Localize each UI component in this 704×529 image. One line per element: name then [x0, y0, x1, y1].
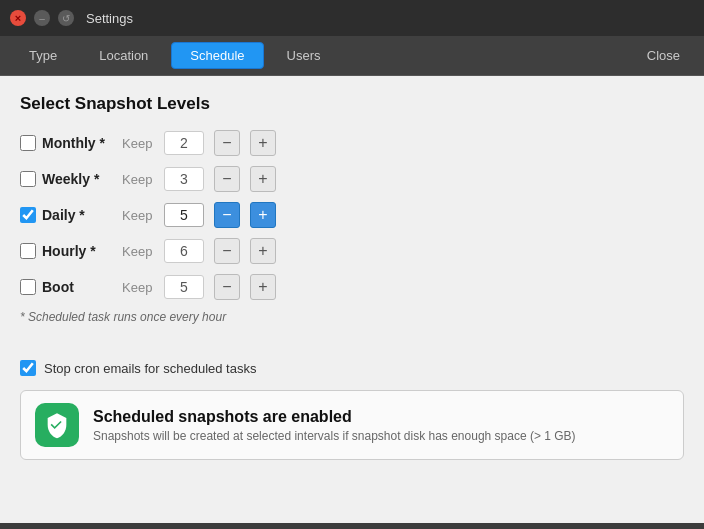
- nav-bar: Type Location Schedule Users Close: [0, 36, 704, 76]
- tab-type[interactable]: Type: [10, 42, 76, 69]
- snapshot-row-hourly: Hourly * Keep − +: [20, 238, 684, 264]
- snapshot-row-daily: Daily * Keep − +: [20, 202, 684, 228]
- window-minimize-button[interactable]: –: [34, 10, 50, 26]
- monthly-keep-label: Keep: [122, 136, 154, 151]
- hourly-increment-button[interactable]: +: [250, 238, 276, 264]
- section-title: Select Snapshot Levels: [20, 94, 684, 114]
- title-bar: × – ↺ Settings: [0, 0, 704, 36]
- daily-checkbox-wrap: Daily *: [20, 207, 112, 223]
- boot-decrement-button[interactable]: −: [214, 274, 240, 300]
- boot-checkbox-wrap: Boot: [20, 279, 112, 295]
- schedule-note: * Scheduled task runs once every hour: [20, 310, 684, 324]
- window-refresh-button[interactable]: ↺: [58, 10, 74, 26]
- window-close-button[interactable]: ×: [10, 10, 26, 26]
- boot-label: Boot: [42, 279, 112, 295]
- tab-users[interactable]: Users: [268, 42, 340, 69]
- weekly-checkbox-wrap: Weekly *: [20, 171, 112, 187]
- snapshot-row-boot: Boot Keep − +: [20, 274, 684, 300]
- minus-icon: −: [222, 206, 231, 224]
- tab-schedule[interactable]: Schedule: [171, 42, 263, 69]
- plus-icon: +: [258, 242, 267, 260]
- weekly-checkbox[interactable]: [20, 171, 36, 187]
- boot-value-input[interactable]: [164, 275, 204, 299]
- stop-cron-row: Stop cron emails for scheduled tasks: [20, 360, 684, 376]
- close-icon: ×: [15, 12, 21, 24]
- snapshot-row-monthly: Monthly * Keep − +: [20, 130, 684, 156]
- daily-increment-button[interactable]: +: [250, 202, 276, 228]
- weekly-increment-button[interactable]: +: [250, 166, 276, 192]
- daily-value-input[interactable]: [164, 203, 204, 227]
- minus-icon: −: [222, 134, 231, 152]
- plus-icon: +: [258, 134, 267, 152]
- daily-decrement-button[interactable]: −: [214, 202, 240, 228]
- status-banner: Scheduled snapshots are enabled Snapshot…: [20, 390, 684, 460]
- hourly-decrement-button[interactable]: −: [214, 238, 240, 264]
- weekly-label: Weekly *: [42, 171, 112, 187]
- plus-icon: +: [258, 170, 267, 188]
- plus-icon: +: [258, 206, 267, 224]
- main-content: Select Snapshot Levels Monthly * Keep − …: [0, 76, 704, 523]
- daily-keep-label: Keep: [122, 208, 154, 223]
- minus-icon: −: [222, 278, 231, 296]
- daily-checkbox[interactable]: [20, 207, 36, 223]
- monthly-value-input[interactable]: [164, 131, 204, 155]
- boot-checkbox[interactable]: [20, 279, 36, 295]
- boot-increment-button[interactable]: +: [250, 274, 276, 300]
- hourly-checkbox-wrap: Hourly *: [20, 243, 112, 259]
- divider: [20, 342, 684, 360]
- tab-location[interactable]: Location: [80, 42, 167, 69]
- weekly-value-input[interactable]: [164, 167, 204, 191]
- minimize-icon: –: [39, 13, 45, 24]
- hourly-label: Hourly *: [42, 243, 112, 259]
- minus-icon: −: [222, 170, 231, 188]
- weekly-keep-label: Keep: [122, 172, 154, 187]
- hourly-value-input[interactable]: [164, 239, 204, 263]
- window-title: Settings: [86, 11, 133, 26]
- weekly-decrement-button[interactable]: −: [214, 166, 240, 192]
- snapshot-row-weekly: Weekly * Keep − +: [20, 166, 684, 192]
- stop-cron-label: Stop cron emails for scheduled tasks: [44, 361, 256, 376]
- boot-keep-label: Keep: [122, 280, 154, 295]
- hourly-checkbox[interactable]: [20, 243, 36, 259]
- monthly-increment-button[interactable]: +: [250, 130, 276, 156]
- monthly-checkbox-wrap: Monthly *: [20, 135, 112, 151]
- refresh-icon: ↺: [62, 13, 70, 24]
- hourly-keep-label: Keep: [122, 244, 154, 259]
- plus-icon: +: [258, 278, 267, 296]
- close-button[interactable]: Close: [633, 43, 694, 68]
- status-text-area: Scheduled snapshots are enabled Snapshot…: [93, 408, 576, 443]
- status-subtitle: Snapshots will be created at selected in…: [93, 429, 576, 443]
- monthly-label: Monthly *: [42, 135, 112, 151]
- shield-icon-wrap: [35, 403, 79, 447]
- monthly-decrement-button[interactable]: −: [214, 130, 240, 156]
- status-title: Scheduled snapshots are enabled: [93, 408, 576, 426]
- daily-label: Daily *: [42, 207, 112, 223]
- stop-cron-checkbox[interactable]: [20, 360, 36, 376]
- shield-icon: [43, 411, 71, 439]
- monthly-checkbox[interactable]: [20, 135, 36, 151]
- minus-icon: −: [222, 242, 231, 260]
